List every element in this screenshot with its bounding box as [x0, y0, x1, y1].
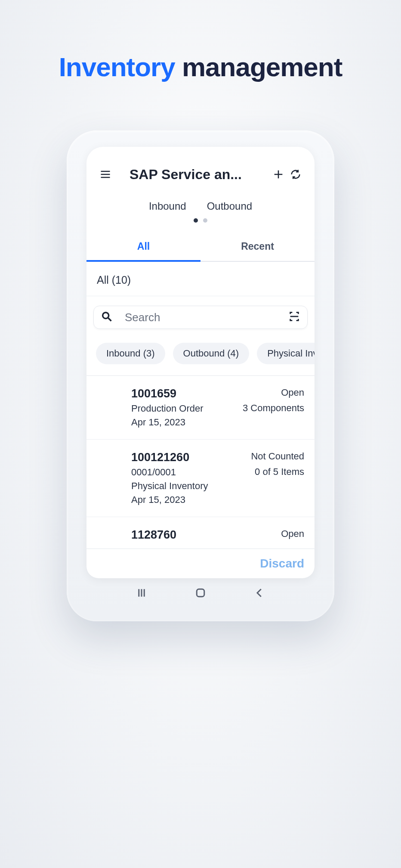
svg-point-5 [103, 313, 109, 319]
recent-apps-icon[interactable] [135, 586, 148, 601]
order-type: Physical Inventory [131, 480, 208, 492]
app-bar: SAP Service an... [86, 147, 315, 188]
screen: SAP Service an... Inbound Outbound All R… [86, 147, 315, 578]
sync-icon[interactable] [287, 166, 304, 183]
order-type: Production Order [131, 403, 204, 414]
heading-rest: management [175, 52, 342, 82]
svg-rect-11 [197, 589, 204, 597]
tab-recent[interactable]: Recent [200, 234, 315, 261]
order-id: 1001659 [131, 387, 204, 400]
order-sub: 0001/0001 [131, 467, 208, 478]
filter-tabs: All Recent [86, 234, 315, 262]
menu-icon[interactable] [97, 166, 114, 183]
order-list: 1001659 Production Order Apr 15, 2023 Op… [86, 376, 315, 549]
filter-chips: Inbound (3) Outbound (4) Physical Inver [86, 333, 315, 376]
section-count: All (10) [86, 262, 315, 296]
order-status: Not Counted [251, 451, 304, 462]
heading-accent: Inventory [59, 52, 175, 82]
discard-button[interactable]: Discard [260, 557, 304, 570]
order-date: Apr 15, 2023 [131, 417, 204, 428]
category-tab-outbound[interactable]: Outbound [207, 200, 252, 212]
list-item[interactable]: 1001659 Production Order Apr 15, 2023 Op… [86, 376, 315, 440]
page-dot-2 [203, 218, 207, 223]
home-icon[interactable] [194, 586, 207, 601]
search-icon [101, 310, 113, 324]
search-placeholder: Search [113, 311, 288, 324]
bottom-bar: Discard [86, 549, 315, 578]
tab-all[interactable]: All [86, 234, 200, 262]
chip-inbound[interactable]: Inbound (3) [96, 343, 165, 364]
list-item[interactable]: 1128760 Open [86, 517, 315, 549]
page-heading: Inventory management [59, 52, 342, 82]
app-title: SAP Service an... [114, 167, 270, 183]
category-tab-inbound[interactable]: Inbound [149, 200, 186, 212]
search-container: Search [86, 296, 315, 333]
chip-physical-inventory[interactable]: Physical Inver [257, 343, 315, 364]
order-status: Open [243, 387, 304, 398]
barcode-scan-icon[interactable] [288, 310, 300, 324]
page-indicator [86, 218, 315, 234]
svg-line-6 [108, 318, 111, 321]
android-nav-bar [86, 578, 315, 609]
order-id: 100121260 [131, 451, 208, 464]
device-frame: SAP Service an... Inbound Outbound All R… [67, 130, 334, 621]
order-id: 1128760 [131, 528, 176, 542]
search-input[interactable]: Search [93, 306, 308, 329]
list-item[interactable]: 100121260 0001/0001 Physical Inventory A… [86, 440, 315, 517]
chip-outbound[interactable]: Outbound (4) [173, 343, 250, 364]
order-status: Open [281, 528, 304, 539]
order-meta: 3 Components [243, 403, 304, 414]
order-meta: 0 of 5 Items [251, 466, 304, 477]
add-icon[interactable] [270, 166, 287, 183]
order-date: Apr 15, 2023 [131, 494, 208, 505]
category-tabs: Inbound Outbound [86, 188, 315, 218]
back-icon[interactable] [253, 586, 266, 601]
page-dot-1 [194, 218, 198, 223]
